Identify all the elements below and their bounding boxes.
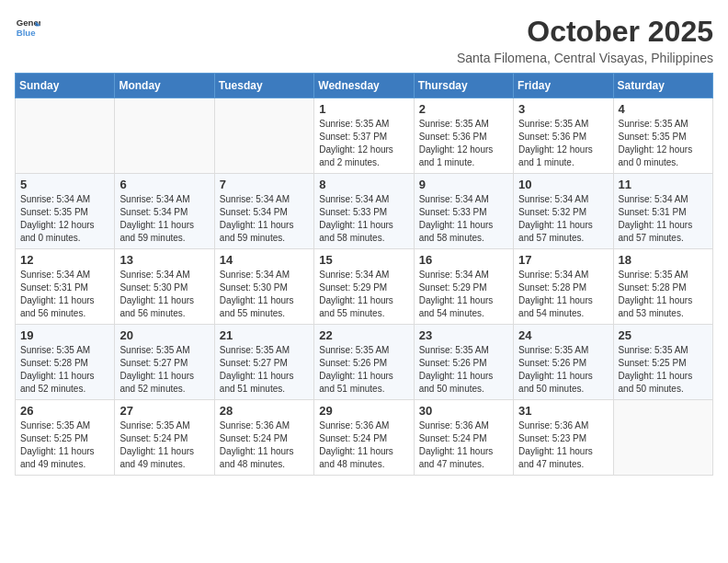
- day-number: 24: [518, 328, 608, 342]
- calendar-cell: 22Sunrise: 5:35 AM Sunset: 5:26 PM Dayli…: [314, 325, 414, 400]
- calendar-cell: 18Sunrise: 5:35 AM Sunset: 5:28 PM Dayli…: [613, 249, 712, 325]
- calendar-cell: 19Sunrise: 5:35 AM Sunset: 5:28 PM Dayli…: [16, 325, 115, 400]
- day-info: Sunrise: 5:36 AM Sunset: 5:23 PM Dayligh…: [518, 419, 608, 471]
- subtitle: Santa Filomena, Central Visayas, Philipp…: [457, 51, 713, 65]
- calendar-cell: 27Sunrise: 5:35 AM Sunset: 5:24 PM Dayli…: [115, 400, 214, 476]
- calendar-cell: 9Sunrise: 5:34 AM Sunset: 5:33 PM Daylig…: [414, 174, 513, 249]
- calendar-cell: 4Sunrise: 5:35 AM Sunset: 5:35 PM Daylig…: [613, 98, 712, 174]
- day-number: 3: [518, 102, 608, 116]
- day-number: 14: [220, 253, 309, 267]
- calendar-cell: 26Sunrise: 5:35 AM Sunset: 5:25 PM Dayli…: [16, 400, 115, 476]
- calendar-cell: 23Sunrise: 5:35 AM Sunset: 5:26 PM Dayli…: [414, 325, 513, 400]
- calendar-cell: 1Sunrise: 5:35 AM Sunset: 5:37 PM Daylig…: [314, 98, 414, 174]
- day-info: Sunrise: 5:35 AM Sunset: 5:24 PM Dayligh…: [119, 419, 209, 471]
- day-info: Sunrise: 5:34 AM Sunset: 5:31 PM Dayligh…: [20, 269, 109, 320]
- day-info: Sunrise: 5:35 AM Sunset: 5:35 PM Dayligh…: [619, 118, 708, 169]
- calendar-cell: 2Sunrise: 5:35 AM Sunset: 5:36 PM Daylig…: [414, 98, 513, 174]
- day-info: Sunrise: 5:34 AM Sunset: 5:29 PM Dayligh…: [419, 269, 508, 320]
- calendar-cell: 16Sunrise: 5:34 AM Sunset: 5:29 PM Dayli…: [414, 249, 513, 325]
- calendar-cell: 28Sunrise: 5:36 AM Sunset: 5:24 PM Dayli…: [214, 400, 313, 476]
- calendar-cell: 29Sunrise: 5:36 AM Sunset: 5:24 PM Dayli…: [314, 400, 414, 476]
- calendar-cell: 20Sunrise: 5:35 AM Sunset: 5:27 PM Dayli…: [115, 325, 214, 400]
- day-info: Sunrise: 5:35 AM Sunset: 5:25 PM Dayligh…: [619, 344, 708, 396]
- day-info: Sunrise: 5:35 AM Sunset: 5:28 PM Dayligh…: [619, 269, 708, 320]
- day-info: Sunrise: 5:35 AM Sunset: 5:27 PM Dayligh…: [119, 344, 209, 396]
- day-info: Sunrise: 5:35 AM Sunset: 5:36 PM Dayligh…: [518, 118, 608, 169]
- header: General Blue October 2025 Santa Filomena…: [15, 15, 713, 65]
- day-number: 21: [220, 328, 309, 342]
- day-number: 27: [119, 404, 209, 418]
- calendar-cell: 15Sunrise: 5:34 AM Sunset: 5:29 PM Dayli…: [314, 249, 414, 325]
- day-info: Sunrise: 5:35 AM Sunset: 5:37 PM Dayligh…: [319, 118, 408, 169]
- day-info: Sunrise: 5:34 AM Sunset: 5:30 PM Dayligh…: [119, 269, 209, 320]
- calendar-cell: 5Sunrise: 5:34 AM Sunset: 5:35 PM Daylig…: [16, 174, 115, 249]
- calendar-cell: 21Sunrise: 5:35 AM Sunset: 5:27 PM Dayli…: [214, 325, 313, 400]
- weekday-header-friday: Friday: [514, 74, 613, 98]
- day-number: 1: [319, 102, 408, 116]
- day-number: 8: [319, 178, 408, 191]
- day-number: 6: [119, 178, 209, 191]
- day-info: Sunrise: 5:34 AM Sunset: 5:33 PM Dayligh…: [319, 193, 408, 245]
- calendar-cell: 3Sunrise: 5:35 AM Sunset: 5:36 PM Daylig…: [514, 98, 613, 174]
- day-number: 11: [619, 178, 708, 191]
- weekday-header-row: SundayMondayTuesdayWednesdayThursdayFrid…: [16, 74, 713, 98]
- weekday-header-monday: Monday: [115, 74, 214, 98]
- calendar: SundayMondayTuesdayWednesdayThursdayFrid…: [15, 73, 713, 476]
- day-number: 22: [319, 328, 408, 342]
- day-info: Sunrise: 5:35 AM Sunset: 5:25 PM Dayligh…: [20, 419, 109, 471]
- day-number: 26: [20, 404, 109, 418]
- day-info: Sunrise: 5:35 AM Sunset: 5:26 PM Dayligh…: [319, 344, 408, 396]
- calendar-cell: 31Sunrise: 5:36 AM Sunset: 5:23 PM Dayli…: [514, 400, 613, 476]
- day-number: 12: [20, 253, 109, 267]
- day-number: 17: [518, 253, 608, 267]
- logo-icon: General Blue: [15, 15, 40, 40]
- weekday-header-tuesday: Tuesday: [214, 74, 313, 98]
- day-number: 28: [220, 404, 309, 418]
- day-info: Sunrise: 5:35 AM Sunset: 5:28 PM Dayligh…: [20, 344, 109, 396]
- day-number: 2: [419, 102, 508, 116]
- day-number: 5: [20, 178, 109, 191]
- day-info: Sunrise: 5:35 AM Sunset: 5:27 PM Dayligh…: [220, 344, 309, 396]
- day-number: 23: [419, 328, 508, 342]
- day-number: 29: [319, 404, 408, 418]
- calendar-cell: 17Sunrise: 5:34 AM Sunset: 5:28 PM Dayli…: [514, 249, 613, 325]
- day-number: 7: [220, 178, 309, 191]
- day-number: 18: [619, 253, 708, 267]
- calendar-cell: 7Sunrise: 5:34 AM Sunset: 5:34 PM Daylig…: [214, 174, 313, 249]
- day-info: Sunrise: 5:34 AM Sunset: 5:30 PM Dayligh…: [220, 269, 309, 320]
- calendar-cell: 11Sunrise: 5:34 AM Sunset: 5:31 PM Dayli…: [613, 174, 712, 249]
- day-info: Sunrise: 5:36 AM Sunset: 5:24 PM Dayligh…: [319, 419, 408, 471]
- day-info: Sunrise: 5:36 AM Sunset: 5:24 PM Dayligh…: [419, 419, 508, 471]
- day-info: Sunrise: 5:35 AM Sunset: 5:26 PM Dayligh…: [419, 344, 508, 396]
- day-number: 20: [119, 328, 209, 342]
- calendar-cell: 10Sunrise: 5:34 AM Sunset: 5:32 PM Dayli…: [514, 174, 613, 249]
- day-info: Sunrise: 5:34 AM Sunset: 5:34 PM Dayligh…: [220, 193, 309, 245]
- day-number: 10: [518, 178, 608, 191]
- day-info: Sunrise: 5:35 AM Sunset: 5:36 PM Dayligh…: [419, 118, 508, 169]
- weekday-header-wednesday: Wednesday: [314, 74, 414, 98]
- title-area: October 2025 Santa Filomena, Central Vis…: [457, 15, 713, 65]
- calendar-cell: [16, 98, 115, 174]
- month-title: October 2025: [457, 15, 713, 49]
- calendar-cell: 30Sunrise: 5:36 AM Sunset: 5:24 PM Dayli…: [414, 400, 513, 476]
- day-number: 30: [419, 404, 508, 418]
- day-info: Sunrise: 5:36 AM Sunset: 5:24 PM Dayligh…: [220, 419, 309, 471]
- calendar-cell: 25Sunrise: 5:35 AM Sunset: 5:25 PM Dayli…: [613, 325, 712, 400]
- day-info: Sunrise: 5:34 AM Sunset: 5:31 PM Dayligh…: [619, 193, 708, 245]
- weekday-header-saturday: Saturday: [613, 74, 712, 98]
- weekday-header-sunday: Sunday: [16, 74, 115, 98]
- day-number: 25: [619, 328, 708, 342]
- calendar-cell: 12Sunrise: 5:34 AM Sunset: 5:31 PM Dayli…: [16, 249, 115, 325]
- calendar-cell: 13Sunrise: 5:34 AM Sunset: 5:30 PM Dayli…: [115, 249, 214, 325]
- day-number: 15: [319, 253, 408, 267]
- day-number: 31: [518, 404, 608, 418]
- calendar-cell: [115, 98, 214, 174]
- day-info: Sunrise: 5:34 AM Sunset: 5:35 PM Dayligh…: [20, 193, 109, 245]
- calendar-cell: 6Sunrise: 5:34 AM Sunset: 5:34 PM Daylig…: [115, 174, 214, 249]
- calendar-cell: 8Sunrise: 5:34 AM Sunset: 5:33 PM Daylig…: [314, 174, 414, 249]
- calendar-cell: 24Sunrise: 5:35 AM Sunset: 5:26 PM Dayli…: [514, 325, 613, 400]
- day-info: Sunrise: 5:34 AM Sunset: 5:29 PM Dayligh…: [319, 269, 408, 320]
- calendar-week-row: 5Sunrise: 5:34 AM Sunset: 5:35 PM Daylig…: [16, 174, 713, 249]
- calendar-cell: [214, 98, 313, 174]
- calendar-week-row: 12Sunrise: 5:34 AM Sunset: 5:31 PM Dayli…: [16, 249, 713, 325]
